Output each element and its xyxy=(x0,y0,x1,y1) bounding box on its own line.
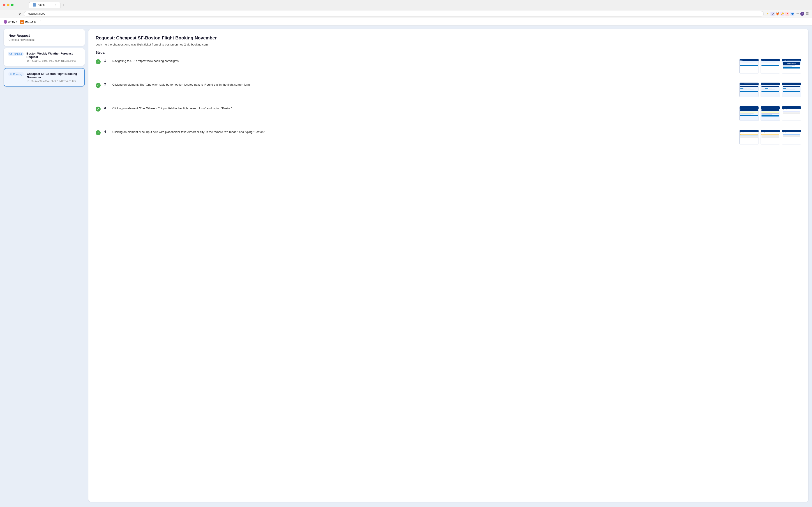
step-number-1: 1 xyxy=(104,59,109,62)
extension-menu[interactable]: ⋯ xyxy=(795,12,799,16)
checkmark-icon-3: ✓ xyxy=(97,108,99,111)
tab-favicon xyxy=(33,3,36,6)
screenshot-thumb-3-2[interactable] xyxy=(761,106,780,121)
step-number-3: 3 xyxy=(104,106,109,110)
step-text-4: Clicking on element "The input field wit… xyxy=(112,130,736,134)
workspace-avatar xyxy=(4,20,7,24)
screenshot-thumb-1-3[interactable]: Compare and book xyxy=(782,59,801,73)
spinner-icon-2 xyxy=(10,73,12,75)
browser-chrome: Aloria ✕ + ← → ↻ localhost:8000 ★ 🛡 🦊 🔑 … xyxy=(0,0,812,18)
screenshot-thumb-4-1[interactable]: Where to? xyxy=(740,130,759,145)
reload-button[interactable]: ↻ xyxy=(17,11,22,16)
detail-panel: Request: Cheapest SF-Boston Flight Booki… xyxy=(89,29,808,502)
new-request-card[interactable]: New Request Create a new request xyxy=(4,29,85,46)
step-check-1: ✓ xyxy=(96,59,101,64)
password-icon[interactable]: 🔑 xyxy=(780,12,784,16)
extension-icon-blue[interactable]: 🔵 xyxy=(790,12,795,16)
screenshot-thumb-2-2[interactable] xyxy=(761,82,780,97)
steps-label: Steps: xyxy=(96,51,801,54)
checkmark-icon-2: ✓ xyxy=(97,84,99,87)
screenshot-thumb-1-2[interactable] xyxy=(761,59,780,73)
wallet-logo: 🦊 xyxy=(20,20,24,24)
wallet-address: 0x1...54d xyxy=(25,20,36,23)
sidebar: New Request Create a new request Running… xyxy=(4,29,85,502)
traffic-lights xyxy=(3,4,13,6)
extension-icon-red[interactable]: ● xyxy=(785,12,790,16)
address-bar[interactable]: localhost:8000 xyxy=(24,11,764,16)
checkmark-icon-1: ✓ xyxy=(97,60,99,63)
step-number-2: 2 xyxy=(104,82,109,86)
new-request-title: New Request xyxy=(9,34,80,38)
detail-description: book me the cheapest one-way flight tick… xyxy=(96,43,801,46)
step-row-1: ✓ 1 Navigating to URL: https://www.booki… xyxy=(96,59,801,73)
step-screenshots-4: Where to? Where to? xyxy=(740,130,801,145)
detail-title: Request: Cheapest SF-Boston Flight Booki… xyxy=(96,36,801,41)
screenshot-thumb-2-1[interactable] xyxy=(740,82,759,97)
request-card-1[interactable]: Running Boston Weekly Weather Forecast R… xyxy=(4,48,85,66)
step-screenshots-1: Compare and book xyxy=(740,59,801,73)
new-tab-button[interactable]: + xyxy=(60,2,66,8)
card-content-1: Boston Weekly Weather Forecast Request I… xyxy=(27,52,81,62)
card-id-1: ID: 4e9a1459-03a5-4456-bab4-f1b98b65f991 xyxy=(27,59,81,62)
workspace-chevron: ▾ xyxy=(16,20,17,23)
card-content-2: Cheapest SF-Boston Flight Booking Novemb… xyxy=(27,72,80,82)
screenshot-thumb-4-2[interactable]: Where to? xyxy=(761,130,780,145)
firefox-icon[interactable]: 🦊 xyxy=(775,12,779,16)
status-label-2: Running xyxy=(13,73,22,75)
step-number-4: 4 xyxy=(104,130,109,133)
browser-toolbar-icons: ★ 🛡 🦊 🔑 ● 🔵 ⋯ A ☰ xyxy=(766,12,809,16)
screenshot-thumb-3-1[interactable] xyxy=(740,106,759,121)
step-row-2: ✓ 2 Clicking on element: The 'One way' r… xyxy=(96,82,801,97)
minimize-button[interactable] xyxy=(7,4,9,6)
screenshot-thumb-1-1[interactable] xyxy=(740,59,759,73)
maximize-button[interactable] xyxy=(11,4,13,6)
ext-menu-button[interactable]: ⋮ xyxy=(39,19,43,24)
tab-bar: Aloria ✕ + xyxy=(15,2,803,8)
active-tab[interactable]: Aloria ✕ xyxy=(29,2,60,8)
step-text-3: Clicking on element "The 'Where to?' inp… xyxy=(112,106,736,111)
step-screenshots-3: Where to? xyxy=(740,106,801,121)
step-text-1: Navigating to URL: https://www.booking.c… xyxy=(112,59,736,63)
extension-bar: Amoy ▾ 🦊 0x1...54d ⋮ xyxy=(0,18,812,25)
card-title-2: Cheapest SF-Boston Flight Booking Novemb… xyxy=(27,72,80,79)
spinner-icon-1 xyxy=(9,53,12,55)
step-row-3: ✓ 3 Clicking on element "The 'Where to?'… xyxy=(96,106,801,121)
main-layout: New Request Create a new request Running… xyxy=(0,25,812,505)
step-check-3: ✓ xyxy=(96,107,101,112)
step-screenshots-2 xyxy=(740,82,801,97)
screenshot-thumb-4-3[interactable]: Where to? xyxy=(782,130,801,145)
status-badge-2: Running xyxy=(8,72,24,76)
new-request-subtitle: Create a new request xyxy=(9,38,80,42)
close-button[interactable] xyxy=(3,4,5,6)
status-label-1: Running xyxy=(13,53,22,55)
checkmark-icon-4: ✓ xyxy=(97,131,99,134)
screenshot-thumb-3-3[interactable]: Where to? xyxy=(782,106,801,121)
profile-avatar[interactable]: A xyxy=(800,12,804,16)
step-check-2: ✓ xyxy=(96,83,101,88)
status-badge-1: Running xyxy=(8,52,24,56)
tab-title: Aloria xyxy=(38,3,45,6)
card-title-1: Boston Weekly Weather Forecast Request xyxy=(27,52,81,59)
tab-close-button[interactable]: ✕ xyxy=(55,4,57,6)
step-check-4: ✓ xyxy=(96,130,101,135)
workspace-name: Amoy xyxy=(8,20,15,23)
forward-button[interactable]: → xyxy=(10,11,15,16)
request-card-2[interactable]: Running Cheapest SF-Boston Flight Bookin… xyxy=(4,68,85,87)
card-id-2: ID: 50e7ca93-f486-413b-9e15-4f97f4c51475 xyxy=(27,80,80,82)
browser-toolbar: ← → ↻ localhost:8000 ★ 🛡 🦊 🔑 ● 🔵 ⋯ A ☰ xyxy=(0,10,812,18)
browser-menu[interactable]: ☰ xyxy=(805,12,809,16)
shield-icon[interactable]: 🛡 xyxy=(770,12,774,16)
workspace-selector[interactable]: Amoy ▾ xyxy=(4,20,17,24)
step-text-2: Clicking on element: The 'One way' radio… xyxy=(112,82,736,87)
wallet-display[interactable]: 🦊 0x1...54d xyxy=(20,20,36,24)
back-button[interactable]: ← xyxy=(3,11,8,16)
browser-titlebar: Aloria ✕ + xyxy=(0,0,812,10)
screenshot-thumb-2-3[interactable] xyxy=(782,82,801,97)
step-row-4: ✓ 4 Clicking on element "The input field… xyxy=(96,130,801,145)
bookmark-icon[interactable]: ★ xyxy=(766,12,770,16)
